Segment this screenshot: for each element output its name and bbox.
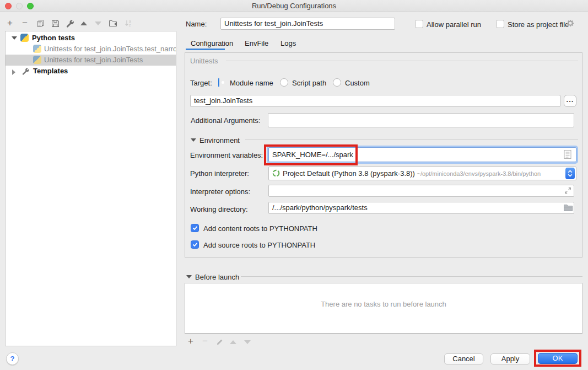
move-up-button[interactable] <box>79 18 89 28</box>
move-task-up-button[interactable] <box>228 337 238 347</box>
allow-parallel-run-checkbox[interactable] <box>415 20 423 28</box>
tree-node-label: Unittests for test_join.JoinTests.test_n… <box>44 44 176 55</box>
name-label: Name: <box>186 20 207 28</box>
environment-section-label: Environment <box>199 136 240 144</box>
move-down-button[interactable] <box>93 18 103 28</box>
templates-wrench-icon <box>22 67 30 75</box>
move-task-down-button[interactable] <box>242 337 252 347</box>
gear-icon <box>566 19 575 28</box>
store-as-project-file-label: Store as project file <box>508 20 569 29</box>
tree-node-python-tests[interactable]: Python tests <box>6 33 176 44</box>
add-task-button[interactable]: + <box>186 336 196 346</box>
browse-module-button[interactable]: ... <box>564 95 576 107</box>
target-script-path-label: Script path <box>292 79 326 87</box>
help-button[interactable]: ? <box>6 352 19 365</box>
chevron-down-icon[interactable] <box>12 36 17 40</box>
expand-diagonal-icon <box>564 187 571 194</box>
working-directory-label: Working directory: <box>190 205 248 213</box>
svg-text:z: z <box>129 23 131 27</box>
create-folder-button[interactable] <box>108 18 118 28</box>
python-interpreter-label: Python interpreter: <box>190 169 249 178</box>
triangle-up-icon <box>80 22 87 25</box>
tree-node-templates[interactable]: Templates <box>6 66 176 77</box>
new-folder-icon <box>109 19 117 27</box>
interpreter-options-label: Interpreter options: <box>190 187 250 196</box>
additional-arguments-label: Additional Arguments: <box>191 116 260 125</box>
store-as-project-file-checkbox[interactable] <box>496 20 504 28</box>
target-script-path-radio[interactable] <box>280 78 288 87</box>
cancel-button[interactable]: Cancel <box>444 353 483 364</box>
check-icon <box>192 226 198 230</box>
tab-logs[interactable]: Logs <box>280 39 296 47</box>
target-custom-radio[interactable] <box>333 78 341 87</box>
add-source-roots-label: Add source roots to PYTHONPATH <box>203 241 315 249</box>
tree-node-unittest-jointests-selected[interactable]: Unittests for test_join.JoinTests <box>6 55 176 66</box>
apply-button[interactable]: Apply <box>490 353 530 364</box>
check-icon <box>192 242 198 247</box>
working-directory-input[interactable]: /.../spark/python/pyspark/tests <box>268 202 574 214</box>
environment-variables-input[interactable]: SPARK_HOME=/.../spark <box>268 147 576 162</box>
save-configuration-button[interactable] <box>50 18 60 28</box>
remove-configuration-button[interactable]: − <box>20 18 30 28</box>
chevron-right-icon[interactable] <box>12 69 15 75</box>
target-module-name-label: Module name <box>230 79 273 87</box>
titlebar: Run/Debug Configurations <box>0 0 588 12</box>
configurations-tree: Python tests Unittests for test_join.Joi… <box>5 31 176 346</box>
sort-configurations-button[interactable]: az <box>124 18 134 28</box>
env-list-icon <box>564 149 571 159</box>
ok-button[interactable]: OK <box>538 353 578 364</box>
edit-task-button[interactable] <box>214 337 224 347</box>
pencil-icon <box>216 339 223 346</box>
interpreter-icon <box>272 169 280 177</box>
tab-configuration[interactable]: Configuration <box>191 39 233 47</box>
add-source-roots-checkbox[interactable] <box>191 240 199 249</box>
unittests-section-label: Unittests <box>190 57 218 65</box>
active-tab-indicator <box>186 49 225 50</box>
python-test-icon <box>33 45 41 53</box>
before-launch-section-label: Before launch <box>195 273 239 281</box>
triangle-down-icon <box>95 22 101 25</box>
interpreter-dropdown-stepper[interactable] <box>565 168 575 179</box>
name-input[interactable]: Unittests for test_join.JoinTests <box>220 18 395 30</box>
folder-icon <box>564 204 573 211</box>
wrench-icon <box>66 19 74 28</box>
python-interpreter-combobox[interactable]: Project Default (Python 3.8 (pyspark-3.8… <box>268 167 576 180</box>
interpreter-options-input[interactable] <box>268 185 574 197</box>
remove-task-button[interactable]: − <box>200 336 210 346</box>
expand-field-button[interactable] <box>564 187 571 194</box>
before-launch-task-list[interactable]: There are no tasks to run before launch <box>185 283 582 334</box>
tab-envfile[interactable]: EnvFile <box>245 39 268 47</box>
environment-collapse-triangle-icon[interactable] <box>191 138 196 142</box>
copy-configuration-button[interactable] <box>35 18 45 28</box>
tree-node-label: Python tests <box>32 33 75 44</box>
sort-az-icon: az <box>125 19 133 28</box>
module-name-input[interactable]: test_join.JoinTests <box>190 95 560 107</box>
allow-parallel-run-label: Allow parallel run <box>427 20 481 29</box>
svg-text:a: a <box>129 19 131 23</box>
triangle-down-icon <box>244 340 251 344</box>
plus-icon: + <box>188 336 193 346</box>
store-options-button[interactable] <box>566 19 575 28</box>
up-down-chevrons-icon <box>568 170 573 177</box>
section-divider <box>226 61 578 61</box>
python-test-icon <box>33 56 41 64</box>
python-tests-icon <box>20 34 29 42</box>
divider <box>185 334 582 334</box>
interpreter-path: ~/opt/miniconda3/envs/pyspark-3.8/bin/py… <box>417 170 541 177</box>
interpreter-value: Project Default (Python 3.8 (pyspark-3.8… <box>283 169 415 178</box>
target-custom-label: Custom <box>345 79 370 87</box>
paste-env-button[interactable] <box>564 149 571 159</box>
window-title: Run/Debug Configurations <box>0 0 588 12</box>
minus-icon: − <box>22 18 28 28</box>
plus-icon: + <box>7 18 13 28</box>
section-divider <box>245 140 578 140</box>
add-configuration-button[interactable]: + <box>5 18 15 28</box>
add-content-roots-label: Add content roots to PYTHONPATH <box>203 224 317 233</box>
browse-directory-button[interactable] <box>564 204 573 211</box>
target-module-name-radio[interactable] <box>218 78 219 87</box>
before-launch-collapse-triangle-icon[interactable] <box>186 275 192 278</box>
edit-templates-button[interactable] <box>65 18 75 28</box>
additional-arguments-input[interactable] <box>268 113 574 127</box>
add-content-roots-checkbox[interactable] <box>191 224 199 232</box>
tree-node-unittest-narrow[interactable]: Unittests for test_join.JoinTests.test_n… <box>6 44 176 55</box>
